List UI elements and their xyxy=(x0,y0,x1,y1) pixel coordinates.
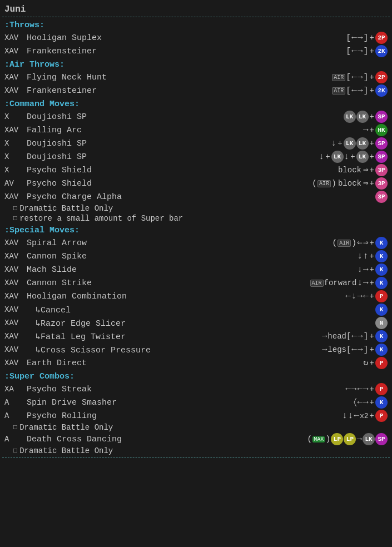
move-version: AV xyxy=(4,179,27,188)
table-row: A Psycho Rolling ↓ ↓ ← x2 + P xyxy=(2,409,390,422)
table-row: XAV Hooligan Suplex [ ← → ] + 2P xyxy=(2,31,390,44)
move-name: Psycho Streak xyxy=(27,385,345,394)
btn-sp: SP xyxy=(375,433,388,445)
btn-sp: SP xyxy=(375,137,388,150)
btn-hk: HK xyxy=(375,124,388,136)
bracket: ] xyxy=(364,332,369,341)
move-name: Cannon Strike xyxy=(27,279,310,288)
move-input: LK LK + SP xyxy=(344,111,388,123)
table-row: XAV ↳Razor Edge Slicer N xyxy=(2,316,390,330)
up-arr: ↑ xyxy=(363,252,369,261)
move-input: ↓ ↓ ← x2 + P xyxy=(342,410,388,422)
move-name: Hooligan Suplex xyxy=(27,33,346,43)
move-name: Flying Neck Hunt xyxy=(27,73,332,82)
plus: + xyxy=(370,279,374,287)
move-version: XAV xyxy=(4,33,27,42)
right-arr: ⇒ xyxy=(363,238,369,247)
bracket: ] xyxy=(364,33,369,43)
table-row: XAV ↳Cancel K xyxy=(2,303,390,316)
table-row: AV Psycho Shield ( AIR ) block ⇒ + 3P xyxy=(2,177,390,190)
move-input: ( AIR ) block ⇒ + 3P xyxy=(312,177,388,190)
move-input: ← ↓ → ← + P xyxy=(345,290,388,302)
btn-k: K xyxy=(375,304,388,316)
bullet: □ xyxy=(13,447,17,455)
btn-lk: LK xyxy=(363,433,375,445)
back-arrow: ← xyxy=(351,73,357,82)
btn-lk: LK xyxy=(356,111,369,123)
btn-lk: LK xyxy=(331,151,344,163)
plus: + xyxy=(370,73,374,82)
move-name: Frankensteiner xyxy=(27,47,346,56)
special-moves-section-header: :Special Moves: xyxy=(2,223,390,236)
table-row: XAV ↳Fatal Leg Twister → head[ ← → ] + K xyxy=(2,330,390,343)
move-input: block ⇒ + 3P xyxy=(337,164,388,176)
move-input: N xyxy=(375,317,388,329)
move-input: AIR [ ← → ] + 2P xyxy=(332,71,388,83)
move-input: ( AIR ) ⇐ ⇒ + K xyxy=(332,237,388,249)
note-text: Dramatic Battle Only xyxy=(19,204,113,213)
move-name: Hooligan Combination xyxy=(27,292,345,301)
btn-sp: SP xyxy=(375,111,388,123)
move-name: Mach Slide xyxy=(27,265,357,275)
fwd-arrow: ⇒ xyxy=(363,179,369,188)
move-input: ← → ← → + P xyxy=(345,383,388,395)
fwd-arrow: → xyxy=(358,86,363,95)
table-row: A Spin Drive Smasher 〈 ← → + K xyxy=(2,396,390,409)
note-row: □ Dramatic Battle Only xyxy=(2,203,390,213)
move-input: 〈 ← → + K xyxy=(354,396,388,409)
move-version: X xyxy=(4,166,27,175)
btn-lp: LP xyxy=(344,433,356,445)
plus: + xyxy=(370,292,374,301)
move-version: XAV xyxy=(4,305,27,314)
move-version: X xyxy=(4,112,27,121)
move-version: XAV xyxy=(4,73,27,82)
air-badge: AIR xyxy=(338,240,351,247)
move-version: XAV xyxy=(4,47,27,56)
down-arrow: ↓ xyxy=(344,152,350,161)
table-row: XAV Frankensteiner AIR [ ← → ] + 2K xyxy=(2,84,390,97)
plus: + xyxy=(338,139,342,148)
block-text: block xyxy=(338,179,361,188)
fwd-arr: → xyxy=(356,435,362,444)
note-row: □ Dramatic Battle Only xyxy=(2,422,390,432)
down-arrow: ↓ xyxy=(319,152,325,161)
move-name: Death Cross Dancing xyxy=(27,435,307,444)
btn-k: K xyxy=(375,277,388,289)
arr3: → xyxy=(357,292,363,301)
btn-k: K xyxy=(375,396,388,409)
move-name: Psycho Shield xyxy=(27,179,312,188)
table-row: X Psycho Shield block ⇒ + 3P xyxy=(2,163,390,177)
table-row: X Doujioshi SP ↓ + LK LK + SP xyxy=(2,137,390,150)
move-version: XAV xyxy=(4,265,27,274)
arr2: ↓ xyxy=(351,292,357,301)
arr2: → xyxy=(351,385,357,394)
table-row: XAV Falling Arc → + HK xyxy=(2,123,390,137)
move-version: A xyxy=(4,435,27,444)
paren-close: ) xyxy=(325,435,330,444)
bracket: ] xyxy=(364,73,369,82)
move-version: X xyxy=(4,152,27,161)
btn-2k: 2K xyxy=(375,84,388,97)
plus: + xyxy=(350,152,355,161)
move-name: ↳Razor Edge Slicer xyxy=(27,318,375,329)
bullet: □ xyxy=(13,205,17,212)
btn-lk: LK xyxy=(344,137,356,150)
plus: + xyxy=(370,359,374,367)
move-input: ↓ + LK LK + SP xyxy=(331,137,388,150)
table-row: XAV Flying Neck Hunt AIR [ ← → ] + 2P xyxy=(2,71,390,84)
throws-section-header: :Throws: xyxy=(2,18,390,31)
down-arr: ↓ xyxy=(357,265,363,274)
super-combos-section-header: :Super Combos: xyxy=(2,370,390,382)
btn-3p: 3P xyxy=(375,191,388,203)
move-version: XAV xyxy=(4,319,27,327)
table-row: X Doujioshi SP ↓ + LK ↓ + LK + SP xyxy=(2,150,390,163)
plus: + xyxy=(370,238,374,247)
paren-close: ) xyxy=(351,238,356,248)
move-name: ↳Cancel xyxy=(27,305,375,315)
back-arr: ← xyxy=(351,332,357,341)
right-arr: → xyxy=(322,332,327,341)
table-row: XAV Psycho Charge Alpha 3P xyxy=(2,190,390,203)
head-text: head[ xyxy=(328,332,351,341)
plus: + xyxy=(325,152,330,161)
bracket: [ xyxy=(346,47,351,56)
